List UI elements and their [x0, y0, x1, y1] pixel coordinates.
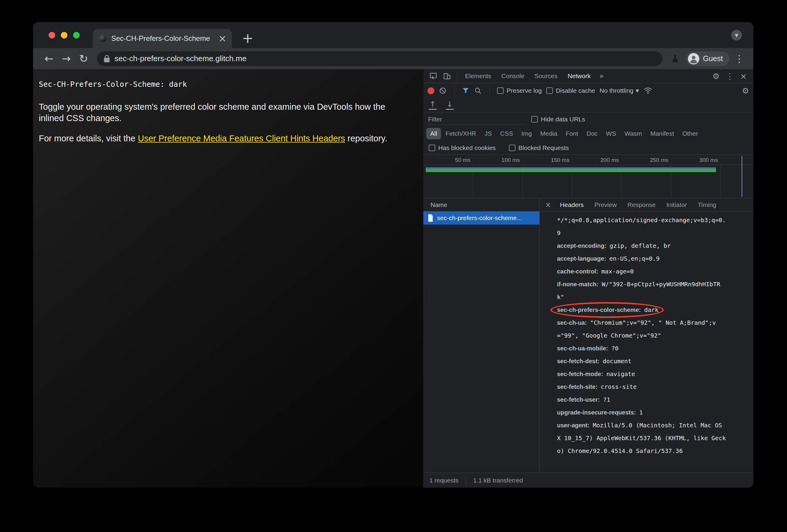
more-tabs-icon[interactable]: »	[596, 72, 608, 80]
header-value: ?1	[603, 396, 610, 403]
new-tab-button[interactable]: +	[242, 31, 254, 45]
devtools-menu-kebab-icon[interactable]: ⋮	[723, 71, 737, 81]
profile-chip[interactable]: Guest	[686, 51, 729, 66]
browser-menu-kebab-icon[interactable]: ⋮	[732, 53, 746, 64]
record-network-log-button[interactable]	[427, 87, 434, 94]
chip-js[interactable]: JS	[481, 128, 496, 139]
devtools-tab-console[interactable]: Console	[496, 69, 530, 83]
header-name: if-none-match:	[557, 281, 598, 287]
devtools-tab-sources[interactable]: Sources	[530, 69, 563, 83]
client-hints-repo-link[interactable]: User Preference Media Features Client Hi…	[138, 134, 345, 143]
minimize-window-button[interactable]	[61, 32, 67, 39]
header-name: upgrade-insecure-requests:	[557, 409, 636, 416]
hide-data-urls-checkbox[interactable]: Hide data URLs	[531, 116, 585, 123]
back-button[interactable]: ←	[40, 53, 58, 64]
header-value: ?0	[611, 345, 618, 352]
blocked-requests-checkbox[interactable]: Blocked Requests	[509, 144, 569, 152]
network-timeline-overview[interactable]: 50 ms 100 ms 150 ms 200 ms 250 ms 300 ms	[423, 155, 753, 198]
chip-manifest[interactable]: Manifest	[646, 128, 678, 139]
preserve-log-label: Preserve log	[507, 87, 542, 94]
header-row: accept-encoding:gzip, deflate, br	[557, 240, 726, 252]
header-value: gzip, deflate, br	[610, 242, 671, 249]
fullscreen-window-button[interactable]	[73, 32, 80, 39]
blocked-filters-row: Has blocked cookies Blocked Requests	[423, 141, 753, 155]
chip-css[interactable]: CSS	[496, 128, 517, 139]
checkbox-box[interactable]	[509, 145, 515, 151]
header-row: sec-ch-ua:"Chromium";v="92", " Not A;Bra…	[557, 316, 726, 342]
chip-media[interactable]: Media	[536, 128, 561, 139]
network-settings-gear-icon[interactable]: ⚙	[742, 86, 749, 95]
address-bar[interactable]: sec-ch-prefers-color-scheme.glitch.me	[97, 51, 663, 66]
devtools-tab-elements[interactable]: Elements	[460, 69, 496, 83]
detail-tab-preview[interactable]: Preview	[589, 198, 622, 211]
chip-wasm[interactable]: Wasm	[620, 128, 646, 139]
header-name: sec-ch-ua-mobile:	[557, 345, 608, 352]
checkbox-box[interactable]	[429, 145, 435, 151]
header-value: cross-site	[601, 383, 637, 390]
filter-funnel-icon[interactable]	[462, 87, 470, 94]
requests-count: 1 requests	[429, 477, 459, 484]
header-row: */*;q=0.8,application/signed-exchange;v=…	[557, 214, 726, 240]
network-split-view: Name sec-ch-prefers-color-scheme... × He…	[423, 198, 753, 473]
detail-tab-timing[interactable]: Timing	[693, 198, 722, 211]
labs-beaker-icon[interactable]	[667, 54, 683, 63]
header-name: sec-ch-prefers-color-scheme:	[557, 307, 641, 313]
device-toolbar-icon[interactable]	[440, 72, 454, 80]
header-name: cache-control:	[557, 268, 598, 275]
tab-close-icon[interactable]: ×	[218, 34, 227, 43]
chip-img[interactable]: Img	[517, 128, 536, 139]
har-row: ↑ ↓	[423, 98, 753, 112]
chip-font[interactable]: Font	[562, 128, 582, 139]
divider	[466, 476, 466, 484]
chip-ws[interactable]: WS	[602, 128, 620, 139]
header-row: upgrade-insecure-requests:1	[557, 406, 726, 419]
search-icon[interactable]	[474, 87, 482, 94]
header-name: accept-encoding:	[557, 242, 607, 249]
export-har-icon[interactable]: ↓	[446, 101, 454, 110]
screenshot-root: { "window": { "tab_title": "Sec-CH-Prefe…	[0, 0, 787, 532]
name-column-header[interactable]: Name	[423, 198, 539, 212]
devtools-close-icon[interactable]: ×	[737, 71, 750, 81]
tab-search-button[interactable]: ▾	[731, 30, 742, 41]
browser-tab[interactable]: Sec-CH-Prefers-Color-Scheme ×	[93, 29, 232, 48]
filter-input[interactable]	[428, 114, 524, 125]
page-code-line: Sec-CH-Prefers-Color-Scheme: dark	[39, 80, 411, 89]
checkbox-box[interactable]	[497, 87, 504, 94]
chip-doc[interactable]: Doc	[583, 128, 601, 139]
header-value: dark	[644, 306, 658, 313]
reload-button[interactable]: ↻	[75, 53, 92, 64]
lock-icon[interactable]	[104, 54, 110, 63]
detail-tab-initiator[interactable]: Initiator	[661, 198, 693, 211]
timeline-tick: 150 ms	[551, 157, 569, 163]
import-har-icon[interactable]: ↑	[429, 101, 437, 110]
request-detail-pane: × Headers Preview Response Initiator Tim…	[540, 198, 753, 473]
devtools-settings-gear-icon[interactable]: ⚙	[709, 71, 723, 81]
close-window-button[interactable]	[49, 32, 55, 39]
clear-network-log-icon[interactable]	[439, 87, 447, 94]
filter-row: Hide data URLs	[423, 112, 753, 126]
has-blocked-cookies-label: Has blocked cookies	[438, 144, 496, 152]
chip-fetch-xhr[interactable]: Fetch/XHR	[442, 128, 480, 139]
preserve-log-checkbox[interactable]: Preserve log	[497, 87, 542, 94]
chip-all[interactable]: All	[426, 128, 441, 139]
header-value: max-age=0	[601, 268, 634, 275]
timeline-load-marker	[742, 156, 742, 197]
detail-tab-response[interactable]: Response	[622, 198, 661, 211]
checkbox-box[interactable]	[546, 87, 553, 94]
request-row-selected[interactable]: sec-ch-prefers-color-scheme...	[423, 212, 539, 225]
network-conditions-icon[interactable]	[643, 87, 653, 94]
throttling-dropdown[interactable]: No throttling ▾	[600, 87, 639, 94]
devtools-tab-network[interactable]: Network	[563, 69, 596, 83]
close-detail-icon[interactable]: ×	[541, 201, 555, 209]
detail-tab-headers[interactable]: Headers	[555, 198, 589, 211]
disable-cache-checkbox[interactable]: Disable cache	[546, 87, 595, 94]
browser-window: Sec-CH-Prefers-Color-Scheme × + ▾ ← → ↻ …	[33, 22, 753, 488]
forward-button[interactable]: →	[58, 53, 75, 64]
main-area: Sec-CH-Prefers-Color-Scheme: dark Toggle…	[33, 69, 753, 488]
red-circle-annotation: sec-ch-prefers-color-scheme:dark	[557, 304, 658, 316]
detail-tabbar: × Headers Preview Response Initiator Tim…	[540, 198, 753, 212]
has-blocked-cookies-checkbox[interactable]: Has blocked cookies	[429, 144, 496, 152]
chip-other[interactable]: Other	[678, 128, 702, 139]
inspect-element-icon[interactable]	[426, 72, 440, 80]
checkbox-box[interactable]	[531, 116, 538, 123]
